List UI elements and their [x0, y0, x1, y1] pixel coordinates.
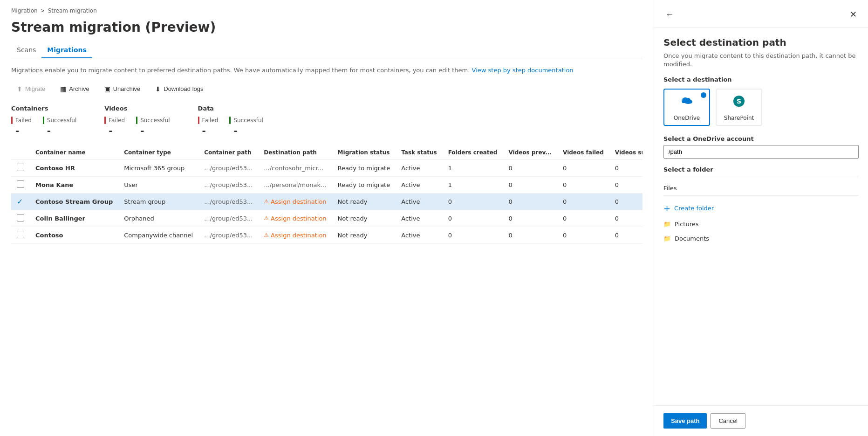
save-path-button[interactable]: Save path [663, 413, 707, 429]
table-row[interactable]: Contoso HRMicrosoft 365 group.../group/e… [11, 159, 642, 176]
data-failed: Failed - [198, 117, 219, 136]
row-videos-prev: 0 [503, 159, 557, 176]
breadcrumb-current: Stream migration [48, 7, 97, 14]
col-videos-failed[interactable]: Videos failed [557, 145, 609, 160]
row-videos-failed: 0 [557, 210, 609, 227]
row-destination-path[interactable]: ⚠ Assign destination [258, 227, 332, 243]
warning-icon: ⚠ [264, 198, 269, 205]
tab-scans[interactable]: Scans [11, 42, 41, 58]
row-videos-succ: 0 [609, 210, 642, 227]
download-logs-button[interactable]: ⬇ Download logs [150, 83, 209, 96]
row-task-status: Active [396, 159, 442, 176]
row-container-path: .../group/ed53... [198, 210, 258, 227]
folder-divider-2 [663, 195, 859, 196]
migrate-button[interactable]: ⬆ Migrate [11, 83, 51, 96]
row-checkbox-col[interactable] [11, 176, 30, 193]
col-migration-status[interactable]: Migration status [332, 145, 396, 160]
row-migration-status: Not ready [332, 227, 396, 243]
onedrive-label: OneDrive [674, 115, 700, 121]
row-migration-status: Ready to migrate [332, 159, 396, 176]
table-row[interactable]: ✓Contoso Stream GroupStream group.../gro… [11, 193, 642, 210]
row-destination-path[interactable]: .../contosohr_micr... [258, 159, 332, 176]
panel-back-button[interactable]: ← [663, 8, 676, 21]
row-destination-path[interactable]: ⚠ Assign destination [258, 210, 332, 227]
col-container-path[interactable]: Container path [198, 145, 258, 160]
cancel-button[interactable]: Cancel [711, 413, 745, 429]
warning-icon: ⚠ [264, 232, 269, 238]
panel-footer: Save path Cancel [654, 405, 868, 436]
row-container-path: .../group/ed53... [198, 193, 258, 210]
archive-button[interactable]: ▦ Archive [55, 83, 95, 96]
select-destination-label: Select a destination [663, 76, 859, 83]
doc-link[interactable]: View step by step documentation [472, 67, 574, 74]
row-checkbox-col[interactable] [11, 210, 30, 227]
table-row[interactable]: ContosoCompanywide channel.../group/ed53… [11, 227, 642, 243]
sharepoint-icon: S [731, 94, 746, 112]
sharepoint-card[interactable]: S SharePoint [716, 89, 762, 126]
col-task-status[interactable]: Task status [396, 145, 442, 160]
row-videos-prev: 0 [503, 176, 557, 193]
pictures-folder-item[interactable]: 📁 Pictures [663, 217, 859, 231]
warning-icon: ⚠ [264, 215, 269, 221]
col-videos-prev[interactable]: Videos prev... [503, 145, 557, 160]
row-checkbox-col[interactable] [11, 227, 30, 243]
path-input[interactable] [663, 145, 859, 159]
unarchive-button[interactable]: ▣ Unarchive [99, 83, 146, 96]
migrate-icon: ⬆ [17, 85, 22, 93]
unchecked-checkbox[interactable] [17, 164, 24, 171]
data-successful: Successful - [229, 117, 263, 136]
videos-failed: Failed - [104, 117, 125, 136]
col-folders-created[interactable]: Folders created [443, 145, 503, 160]
row-task-status: Active [396, 227, 442, 243]
row-destination-path[interactable]: .../personal/monak... [258, 176, 332, 193]
sharepoint-label: SharePoint [724, 115, 754, 121]
migrations-table: Container name Container type Container … [11, 145, 642, 244]
containers-failed: Failed - [11, 117, 32, 136]
row-container-type: User [118, 176, 198, 193]
table-row[interactable]: Colin BallingerOrphaned.../group/ed53...… [11, 210, 642, 227]
col-destination-path[interactable]: Destination path [258, 145, 332, 160]
pictures-folder-label: Pictures [675, 221, 698, 228]
onedrive-icon [679, 94, 694, 112]
unchecked-checkbox[interactable] [17, 231, 24, 238]
right-panel: ← ✕ Select destination path Once you mig… [654, 0, 868, 436]
archive-icon: ▦ [60, 85, 66, 93]
row-checkbox-col[interactable] [11, 159, 30, 176]
table-body: Contoso HRMicrosoft 365 group.../group/e… [11, 159, 642, 243]
breadcrumb-parent-link[interactable]: Migration [11, 7, 38, 14]
row-container-type: Stream group [118, 193, 198, 210]
onedrive-card[interactable]: OneDrive [663, 89, 710, 126]
col-videos-succ[interactable]: Videos succ... [609, 145, 642, 160]
download-icon: ⬇ [155, 85, 161, 93]
account-input-label: Select a OneDrive account [663, 135, 859, 142]
create-folder-item[interactable]: + Create folder [663, 200, 859, 217]
onedrive-radio [701, 92, 706, 98]
row-folders-created: 1 [443, 176, 503, 193]
panel-close-button[interactable]: ✕ [848, 7, 859, 21]
row-folders-created: 0 [443, 227, 503, 243]
row-destination-path[interactable]: ⚠ Assign destination [258, 193, 332, 210]
data-title: Data [198, 105, 263, 112]
assign-destination[interactable]: ⚠ Assign destination [264, 215, 326, 222]
data-successful-bar [229, 117, 231, 124]
unchecked-checkbox[interactable] [17, 214, 24, 221]
col-container-type[interactable]: Container type [118, 145, 198, 160]
tab-migrations[interactable]: Migrations [41, 42, 92, 58]
page-title: Stream migration (Preview) [11, 20, 642, 35]
panel-subtitle: Once you migrate content to this destina… [654, 52, 868, 76]
assign-destination[interactable]: ⚠ Assign destination [264, 232, 326, 239]
breadcrumb: Migration > Stream migration [11, 7, 642, 14]
containers-successful: Successful - [43, 117, 76, 136]
assign-destination[interactable]: ⚠ Assign destination [264, 198, 326, 205]
documents-folder-item[interactable]: 📁 Documents [663, 231, 859, 246]
unchecked-checkbox[interactable] [17, 180, 24, 188]
row-task-status: Active [396, 176, 442, 193]
row-migration-status: Not ready [332, 193, 396, 210]
col-container-name[interactable]: Container name [30, 145, 118, 160]
files-item[interactable]: Files [663, 181, 859, 195]
table-row[interactable]: Mona KaneUser.../group/ed53....../person… [11, 176, 642, 193]
row-container-type: Orphaned [118, 210, 198, 227]
failed-bar-red [11, 117, 13, 124]
row-checkbox-col[interactable]: ✓ [11, 193, 30, 210]
videos-successful-bar [136, 117, 137, 124]
